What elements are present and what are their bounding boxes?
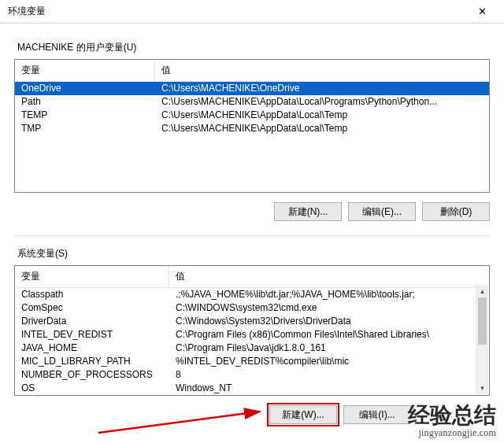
user-vars-buttons: 新建(N)... 编辑(E)... 删除(D) <box>14 202 490 221</box>
user-vars-body: OneDriveC:\Users\MACHENIKE\OneDrivePathC… <box>15 82 489 192</box>
cell-variable: OneDrive <box>15 82 155 95</box>
cell-value: C:\Users\MACHENIKE\AppData\Local\Program… <box>155 95 489 109</box>
table-row[interactable]: NUMBER_OF_PROCESSORS8 <box>15 368 489 382</box>
titlebar: 环境变量 ✕ <box>0 0 504 24</box>
scroll-up-icon[interactable]: ▲ <box>476 285 488 297</box>
system-vars-buttons: 新建(W)... 编辑(I)... <box>14 405 411 424</box>
divider <box>14 235 490 236</box>
user-delete-button[interactable]: 删除(D) <box>422 202 490 221</box>
cell-variable: MIC_LD_LIBRARY_PATH <box>15 355 169 368</box>
column-header-variable[interactable]: 变量 <box>15 266 169 287</box>
cell-value: C:\Windows\System32\Drivers\DriverData <box>169 315 489 328</box>
cell-variable: TMP <box>15 122 155 135</box>
user-edit-button[interactable]: 编辑(E)... <box>348 202 416 221</box>
cell-value: C:\Users\MACHENIKE\AppData\Local\Temp <box>155 122 489 135</box>
cell-variable: ComSpec <box>15 301 169 315</box>
cell-value: C:\Program Files\Java\jdk1.8.0_161 <box>169 341 489 355</box>
column-header-value[interactable]: 值 <box>169 266 489 287</box>
table-row[interactable]: TEMPC:\Users\MACHENIKE\AppData\Local\Tem… <box>15 109 489 122</box>
close-button[interactable]: ✕ <box>465 1 499 23</box>
user-vars-header: 变量 值 <box>15 60 489 82</box>
scrollbar[interactable]: ▲ ▼ <box>476 285 488 394</box>
user-vars-table: 变量 值 OneDriveC:\Users\MACHENIKE\OneDrive… <box>14 59 490 193</box>
dialog-content: MACHENIKE 的用户变量(U) 变量 值 OneDriveC:\Users… <box>0 24 504 434</box>
system-vars-header: 变量 值 <box>15 266 489 288</box>
table-row[interactable]: OSWindows_NT <box>15 382 489 395</box>
cell-value: %INTEL_DEV_REDIST%compiler\lib\mic <box>169 355 489 368</box>
scroll-track[interactable] <box>476 297 488 382</box>
window-title: 环境变量 <box>8 5 46 18</box>
column-header-variable[interactable]: 变量 <box>15 60 155 81</box>
column-header-value[interactable]: 值 <box>155 60 489 81</box>
scroll-down-icon[interactable]: ▼ <box>476 382 488 394</box>
system-vars-table: 变量 值 Classpath.;%JAVA_HOME%\lib\dt.jar;%… <box>14 265 490 396</box>
table-row[interactable]: PathC:\Users\MACHENIKE\AppData\Local\Pro… <box>15 95 489 109</box>
cell-value: C:\Users\MACHENIKE\OneDrive <box>155 82 489 95</box>
cell-variable: JAVA_HOME <box>15 341 169 355</box>
cell-value: 8 <box>169 368 489 382</box>
system-vars-body: Classpath.;%JAVA_HOME%\lib\dt.jar;%JAVA_… <box>15 288 489 395</box>
cell-variable: Path <box>15 95 155 109</box>
table-row[interactable]: TMPC:\Users\MACHENIKE\AppData\Local\Temp <box>15 122 489 135</box>
system-edit-button[interactable]: 编辑(I)... <box>343 405 411 424</box>
user-vars-label: MACHENIKE 的用户变量(U) <box>17 41 490 54</box>
table-row[interactable]: INTEL_DEV_REDISTC:\Program Files (x86)\C… <box>15 328 489 341</box>
system-vars-label: 系统变量(S) <box>17 247 490 260</box>
close-icon: ✕ <box>478 6 487 17</box>
cell-value: C:\WINDOWS\system32\cmd.exe <box>169 301 489 315</box>
table-row[interactable]: ComSpecC:\WINDOWS\system32\cmd.exe <box>15 301 489 315</box>
user-new-button[interactable]: 新建(N)... <box>274 202 342 221</box>
table-row[interactable]: MIC_LD_LIBRARY_PATH%INTEL_DEV_REDIST%com… <box>15 355 489 368</box>
cell-variable: DriverData <box>15 315 169 328</box>
cell-value: C:\Users\MACHENIKE\AppData\Local\Temp <box>155 109 489 122</box>
table-row[interactable]: Classpath.;%JAVA_HOME%\lib\dt.jar;%JAVA_… <box>15 288 489 301</box>
table-row[interactable]: DriverDataC:\Windows\System32\Drivers\Dr… <box>15 315 489 328</box>
cell-value: Windows_NT <box>169 382 489 395</box>
table-row[interactable]: JAVA_HOMEC:\Program Files\Java\jdk1.8.0_… <box>15 341 489 355</box>
system-new-button[interactable]: 新建(W)... <box>269 405 337 424</box>
cell-variable: TEMP <box>15 109 155 122</box>
table-row[interactable]: OneDriveC:\Users\MACHENIKE\OneDrive <box>15 82 489 95</box>
cell-variable: OS <box>15 382 169 395</box>
scroll-thumb[interactable] <box>478 297 487 345</box>
cell-value: .;%JAVA_HOME%\lib\dt.jar;%JAVA_HOME%\lib… <box>169 288 489 301</box>
cell-variable: INTEL_DEV_REDIST <box>15 328 169 341</box>
cell-value: C:\Program Files (x86)\Common Files\Inte… <box>169 328 489 341</box>
cell-variable: NUMBER_OF_PROCESSORS <box>15 368 169 382</box>
cell-variable: Classpath <box>15 288 169 301</box>
